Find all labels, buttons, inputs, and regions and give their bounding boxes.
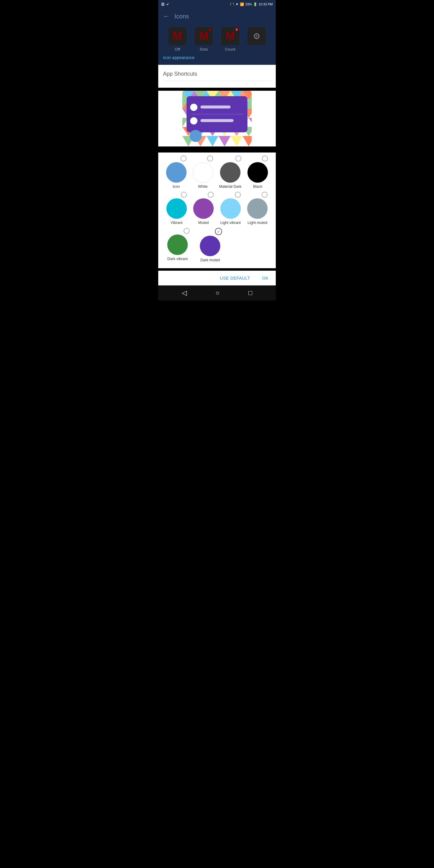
color-label-material-dark: Material Dark xyxy=(219,184,241,189)
section-divider xyxy=(163,81,271,81)
nav-bar: ◁ ○ □ xyxy=(158,285,276,301)
check-icon: ✔ xyxy=(166,2,169,6)
badge-dots-icon: M xyxy=(195,27,213,45)
icon-appearance-label: Icon appearance xyxy=(158,55,199,60)
photo-icon: 🖼 xyxy=(161,2,164,6)
time: 10:33 PM xyxy=(258,2,273,6)
svg-point-50 xyxy=(190,130,202,142)
preview-container xyxy=(158,91,276,147)
color-option-white[interactable]: White xyxy=(193,156,213,189)
badge-off-icon: M xyxy=(168,27,187,45)
badge-section: M Off M Dots M 3 Count ⚙ Icon appearance xyxy=(158,24,276,65)
preview-image xyxy=(182,91,252,147)
signal-icon: 📶 xyxy=(240,2,244,6)
svg-rect-49 xyxy=(200,119,234,122)
ok-button[interactable]: OK xyxy=(260,275,271,282)
color-circle-icon xyxy=(166,162,187,183)
radio-white[interactable] xyxy=(207,156,213,161)
gear-icon: ⚙ xyxy=(247,27,266,45)
badge-off-label: Off xyxy=(175,47,180,52)
svg-point-45 xyxy=(190,104,197,111)
color-label-dark-muted: Dark muted xyxy=(200,258,220,262)
radio-light-muted[interactable] xyxy=(261,192,268,198)
radio-muted[interactable] xyxy=(208,192,214,198)
svg-marker-40 xyxy=(207,136,218,147)
svg-marker-42 xyxy=(230,136,243,147)
svg-point-48 xyxy=(190,117,197,124)
use-default-button[interactable]: USE DEFAULT xyxy=(218,275,253,282)
color-option-light-vibrant[interactable]: Light vibrant xyxy=(220,192,241,225)
svg-rect-46 xyxy=(200,105,230,108)
color-row-3: Dark vibrant ✓ Dark muted xyxy=(163,228,271,262)
color-label-vibrant: Vibrant xyxy=(170,221,182,225)
radio-vibrant[interactable] xyxy=(181,192,187,198)
color-row-2: Vibrant Muted Light vibrant Light muted xyxy=(163,192,271,225)
color-circle-vibrant xyxy=(166,198,187,219)
color-circle-black xyxy=(247,162,268,183)
nav-back-icon[interactable]: ◁ xyxy=(182,289,187,297)
battery-icon: 🔋 xyxy=(253,2,257,6)
color-option-material-dark[interactable]: Material Dark xyxy=(219,156,241,189)
color-circle-dark-muted xyxy=(200,236,220,256)
status-right-icons: 📳 ▼ 📶 33% 🔋 10:33 PM xyxy=(230,2,273,6)
color-circle-dark-vibrant xyxy=(167,235,188,255)
color-option-vibrant[interactable]: Vibrant xyxy=(166,192,187,225)
status-bar: 🖼 ✔ 📳 ▼ 📶 33% 🔋 10:33 PM xyxy=(158,0,276,8)
svg-marker-41 xyxy=(218,136,230,147)
color-row-1: Icon White Material Dark Black xyxy=(163,156,271,189)
color-label-light-muted: Light muted xyxy=(248,221,267,225)
top-app-bar: ← Icons xyxy=(158,8,276,24)
color-option-light-muted[interactable]: Light muted xyxy=(247,192,268,225)
badge-count-icon: M 3 xyxy=(221,27,239,45)
badge-off-option[interactable]: M Off xyxy=(167,27,188,52)
color-option-dark-muted[interactable]: ✓ Dark muted xyxy=(198,228,222,262)
back-button[interactable]: ← xyxy=(163,12,170,20)
color-label-light-vibrant: Light vibrant xyxy=(220,221,241,225)
color-circle-light-muted xyxy=(247,198,268,219)
badge-dots-option[interactable]: M Dots xyxy=(194,27,214,52)
color-label-white: White xyxy=(198,184,208,189)
color-label-black: Black xyxy=(253,184,262,189)
vibrate-icon: 📳 xyxy=(230,2,234,6)
color-label-dark-vibrant: Dark vibrant xyxy=(167,257,187,261)
color-circle-muted xyxy=(193,198,214,219)
wifi-icon: ▼ xyxy=(236,2,239,6)
radio-material-dark[interactable] xyxy=(236,156,241,161)
app-shortcuts-section: App Shortcuts xyxy=(158,65,276,88)
app-shortcuts-title: App Shortcuts xyxy=(163,71,197,77)
color-option-muted[interactable]: Muted xyxy=(193,192,214,225)
color-label-icon: Icon xyxy=(173,184,180,189)
nav-recent-icon[interactable]: □ xyxy=(248,289,252,297)
svg-marker-31 xyxy=(249,118,252,127)
radio-light-vibrant[interactable] xyxy=(235,192,241,198)
battery-percent: 33% xyxy=(245,2,252,6)
badge-settings-option[interactable]: ⚙ xyxy=(247,27,267,52)
radio-black[interactable] xyxy=(262,156,268,161)
badge-icons-row: M Off M Dots M 3 Count ⚙ xyxy=(158,27,276,52)
radio-icon[interactable] xyxy=(181,156,187,161)
badge-count-label: Count xyxy=(225,47,236,52)
radio-dark-vibrant[interactable] xyxy=(184,228,190,234)
action-buttons: USE DEFAULT OK xyxy=(158,271,276,285)
nav-home-icon[interactable]: ○ xyxy=(216,289,219,297)
color-circle-material-dark xyxy=(220,162,241,183)
color-circle-light-vibrant xyxy=(220,198,241,219)
color-option-dark-vibrant[interactable]: Dark vibrant xyxy=(165,228,190,262)
page-title: Icons xyxy=(175,13,189,20)
check-dark-muted[interactable]: ✓ xyxy=(215,228,222,235)
svg-marker-43 xyxy=(243,136,252,147)
color-circle-white xyxy=(193,162,213,183)
status-left-icons: 🖼 ✔ xyxy=(161,2,169,6)
color-option-black[interactable]: Black xyxy=(247,156,268,189)
badge-dots-label: Dots xyxy=(200,47,208,52)
badge-count-option[interactable]: M 3 Count xyxy=(220,27,241,52)
color-grid: Icon White Material Dark Black Vibrant M xyxy=(158,153,276,268)
color-label-muted: Muted xyxy=(198,221,209,225)
color-option-icon[interactable]: Icon xyxy=(166,156,187,189)
